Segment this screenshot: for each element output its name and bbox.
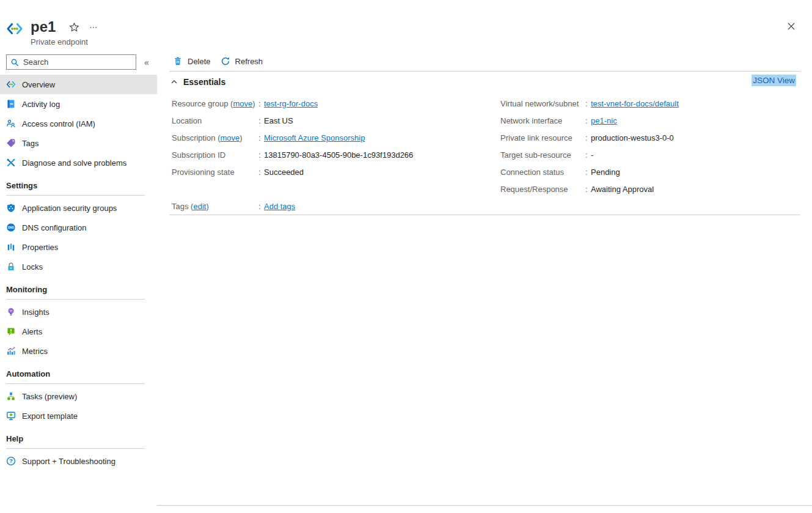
essentials-label: Subscription ID bbox=[172, 150, 258, 160]
network-interface-value[interactable]: pe1-nic bbox=[591, 116, 617, 125]
page-title: pe1 bbox=[31, 18, 56, 35]
delete-button[interactable]: Delete bbox=[169, 54, 217, 68]
refresh-button[interactable]: Refresh bbox=[217, 54, 269, 68]
essentials-row-private-link-resource: Private link resource:production-westus3… bbox=[500, 129, 797, 146]
essentials-left-column: Resource group (move):test-rg-for-docsLo… bbox=[172, 95, 497, 215]
essentials-row-resource-group: Resource group (move):test-rg-for-docs bbox=[172, 95, 497, 112]
edit-link[interactable]: edit bbox=[193, 202, 206, 211]
private-endpoint-icon bbox=[6, 18, 23, 46]
properties-icon bbox=[6, 242, 16, 252]
essentials-label: Virtual network/subnet bbox=[500, 99, 585, 108]
sidebar-item-diagnose-and-solve-problems[interactable]: Diagnose and solve problems bbox=[0, 153, 157, 172]
dns-icon: DNS bbox=[6, 223, 16, 232]
essentials-header: Essentials JSON View bbox=[169, 73, 800, 91]
target-sub-resource-value: - bbox=[591, 150, 593, 160]
chevron-up-icon[interactable] bbox=[169, 77, 179, 87]
sidebar-item-label: Activity log bbox=[22, 100, 60, 109]
resource-group-value[interactable]: test-rg-for-docs bbox=[264, 99, 318, 108]
sidebar-item-support-troubleshooting[interactable]: ?Support + Troubleshooting bbox=[0, 451, 157, 471]
close-icon[interactable] bbox=[785, 20, 797, 32]
private-link-resource-value: production-westus3-0-0 bbox=[591, 133, 674, 142]
essentials-row-tags: Tags (edit):Add tags bbox=[172, 197, 497, 215]
sidebar-item-label: Locks bbox=[22, 262, 43, 271]
essentials-label: Provisioning state bbox=[172, 168, 258, 177]
support-icon: ? bbox=[6, 456, 16, 466]
access-control-icon bbox=[6, 119, 16, 128]
move-link[interactable]: move bbox=[233, 99, 252, 108]
sidebar-item-label: Insights bbox=[22, 308, 49, 317]
sidebar-item-locks[interactable]: Locks bbox=[0, 257, 157, 276]
sidebar-item-overview[interactable]: Overview bbox=[0, 75, 157, 94]
svg-text:DNS: DNS bbox=[8, 226, 14, 229]
location-value: East US bbox=[264, 116, 293, 125]
collapse-sidebar-button[interactable]: « bbox=[140, 57, 153, 67]
sidebar-section-header-automation: Automation bbox=[6, 369, 145, 384]
sidebar-item-metrics[interactable]: Metrics bbox=[0, 341, 157, 361]
search-input[interactable] bbox=[22, 57, 132, 67]
essentials-row-provisioning-state: Provisioning state:Succeeded bbox=[172, 163, 497, 180]
lock-icon bbox=[6, 262, 16, 271]
essentials-row-subscription-id: Subscription ID:13815790-80a3-4505-90be-… bbox=[172, 146, 497, 163]
essentials-grid: Resource group (move):test-rg-for-docsLo… bbox=[169, 95, 800, 215]
colon-separator: : bbox=[585, 99, 591, 108]
essentials-row-request-response: Request/Response:Awaiting Approval bbox=[500, 180, 797, 197]
sidebar-item-alerts[interactable]: Alerts bbox=[0, 322, 157, 341]
essentials-row-network-interface: Network interface:pe1-nic bbox=[500, 112, 797, 129]
search-box bbox=[6, 54, 136, 70]
search-icon bbox=[10, 58, 19, 67]
sidebar-item-label: Properties bbox=[22, 243, 58, 252]
activity-log-icon bbox=[6, 99, 16, 109]
essentials-divider bbox=[169, 215, 800, 215]
move-link[interactable]: move bbox=[221, 133, 240, 142]
sidebar-item-label: Tags bbox=[22, 139, 38, 148]
colon-separator: : bbox=[258, 116, 264, 125]
sidebar: « OverviewActivity logAccess control (IA… bbox=[0, 53, 157, 513]
sidebar-item-insights[interactable]: Insights bbox=[0, 302, 157, 322]
essentials-label: Private link resource bbox=[500, 133, 585, 142]
svg-text:?: ? bbox=[9, 458, 13, 464]
alert-icon bbox=[6, 327, 16, 336]
colon-separator: : bbox=[585, 150, 591, 160]
tags-value[interactable]: Add tags bbox=[264, 202, 295, 211]
resource-header: pe1 ⋯ Private endpoint bbox=[6, 18, 100, 46]
essentials-row-connection-status: Connection status:Pending bbox=[500, 163, 797, 180]
diagnose-icon bbox=[6, 158, 16, 168]
essentials-label: Location bbox=[172, 116, 258, 125]
essentials-row-subscription: Subscription (move):Microsoft Azure Spon… bbox=[172, 129, 497, 146]
metrics-icon bbox=[6, 346, 16, 356]
sidebar-item-tasks-preview[interactable]: Tasks (preview) bbox=[0, 386, 157, 406]
sidebar-item-access-control-iam[interactable]: Access control (IAM) bbox=[0, 114, 157, 133]
sidebar-item-dns-configuration[interactable]: DNSDNS configuration bbox=[0, 218, 157, 237]
favorite-star-icon[interactable] bbox=[69, 22, 79, 32]
refresh-icon bbox=[221, 56, 230, 66]
sidebar-item-export-template[interactable]: Export template bbox=[0, 406, 157, 426]
more-options-icon[interactable]: ⋯ bbox=[88, 23, 100, 32]
essentials-row-location: Location:East US bbox=[172, 112, 497, 129]
connection-status-value: Pending bbox=[591, 168, 620, 177]
resource-header-text: pe1 ⋯ Private endpoint bbox=[31, 18, 100, 46]
essentials-label: Resource group (move) bbox=[172, 99, 258, 108]
sidebar-item-label: Export template bbox=[22, 412, 78, 421]
sidebar-item-tags[interactable]: Tags bbox=[0, 133, 157, 153]
private-endpoint-icon bbox=[6, 79, 16, 89]
request-response-value: Awaiting Approval bbox=[591, 185, 654, 194]
tag-icon bbox=[6, 138, 16, 148]
sidebar-item-label: Diagnose and solve problems bbox=[22, 158, 126, 168]
sidebar-item-application-security-groups[interactable]: Application security groups bbox=[0, 198, 157, 218]
subscription-value[interactable]: Microsoft Azure Sponsorship bbox=[264, 133, 365, 142]
essentials-label: Connection status bbox=[500, 168, 585, 177]
colon-separator: : bbox=[585, 185, 591, 194]
essentials-label: Target sub-resource bbox=[500, 150, 585, 160]
sidebar-item-label: Support + Troubleshooting bbox=[22, 457, 115, 466]
sidebar-item-label: Metrics bbox=[22, 347, 48, 356]
sidebar-item-properties[interactable]: Properties bbox=[0, 237, 157, 257]
essentials-row-virtual-network-subnet: Virtual network/subnet:test-vnet-for-doc… bbox=[500, 95, 797, 112]
sidebar-item-label: Alerts bbox=[22, 327, 42, 336]
main-content: DeleteRefresh Essentials JSON View Resou… bbox=[169, 53, 800, 215]
essentials-right-column: Virtual network/subnet:test-vnet-for-doc… bbox=[500, 95, 797, 197]
virtual-network-subnet-value[interactable]: test-vnet-for-docs/default bbox=[591, 99, 679, 108]
colon-separator: : bbox=[258, 150, 264, 160]
json-view-button[interactable]: JSON View bbox=[752, 75, 796, 86]
sidebar-section-header-monitoring: Monitoring bbox=[6, 285, 145, 300]
sidebar-item-activity-log[interactable]: Activity log bbox=[0, 94, 157, 114]
